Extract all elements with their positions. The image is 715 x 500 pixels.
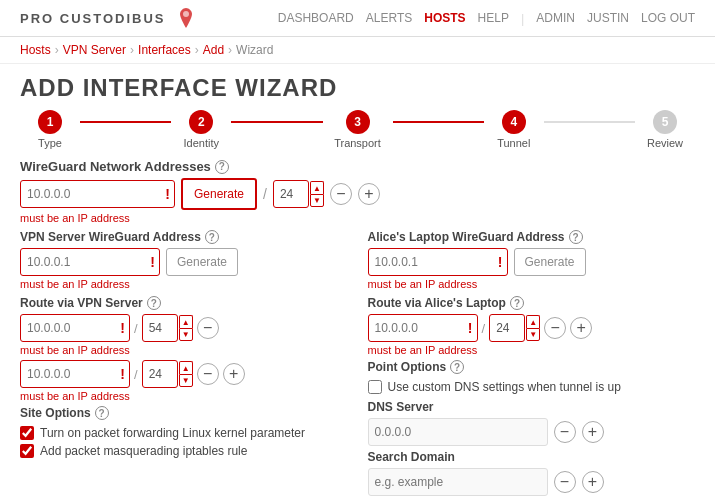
site-option-2-label: Add packet masquerading iptables rule (40, 444, 247, 458)
wizard-line-4 (544, 121, 635, 123)
point-options-info-icon[interactable]: ? (450, 360, 464, 374)
vpn-server-addr-label: VPN Server WireGuard Address ? (20, 230, 348, 244)
route-vpn-down1[interactable]: ▼ (179, 328, 193, 341)
nav-dashboard[interactable]: DASHBOARD (278, 11, 354, 25)
route-vpn-input1[interactable] (20, 314, 130, 342)
nav-alerts[interactable]: ALERTS (366, 11, 412, 25)
breadcrumb-add[interactable]: Add (203, 43, 224, 57)
nav-logout[interactable]: LOG OUT (641, 11, 695, 25)
route-alice-cidr[interactable] (489, 314, 525, 342)
wizard-step-4: 4 Tunnel (484, 110, 544, 149)
vpn-server-addr-input[interactable] (20, 248, 160, 276)
breadcrumb-hosts[interactable]: Hosts (20, 43, 51, 57)
route-vpn-error-icon1: ! (120, 320, 125, 336)
site-option-1-row: Turn on packet forwarding Linux kernel p… (20, 426, 348, 440)
logo-text: PRO CUSTODIBUS (20, 11, 166, 26)
dns-server-input[interactable] (368, 418, 548, 446)
vpn-server-info-icon[interactable]: ? (205, 230, 219, 244)
wireguard-network-label: WireGuard Network Addresses ? (20, 159, 695, 174)
step-1-label: Type (38, 137, 62, 149)
route-vpn-cidr2[interactable] (142, 360, 178, 388)
route-vpn-error1: must be an IP address (20, 344, 348, 356)
route-alice-remove[interactable]: − (544, 317, 566, 339)
wireguard-network-error-icon: ! (165, 186, 170, 202)
generate-box: Generate (181, 178, 257, 210)
point-options-label: Point Options ? (368, 360, 696, 374)
site-options-section: Site Options ? Turn on packet forwarding… (20, 406, 348, 458)
site-option-1-checkbox[interactable] (20, 426, 34, 440)
route-alice-down[interactable]: ▼ (526, 328, 540, 341)
site-option-1-label: Turn on packet forwarding Linux kernel p… (40, 426, 305, 440)
route-alice-add[interactable]: + (570, 317, 592, 339)
route-vpn-add2[interactable]: + (223, 363, 245, 385)
alice-addr-error: must be an IP address (368, 278, 696, 290)
site-options-info-icon[interactable]: ? (95, 406, 109, 420)
site-option-2-checkbox[interactable] (20, 444, 34, 458)
route-alice-error-icon: ! (468, 320, 473, 336)
route-vpn-remove2[interactable]: − (197, 363, 219, 385)
wizard-step-1: 1 Type (20, 110, 80, 149)
wireguard-network-row: ! Generate / ▲ ▼ − + (20, 178, 695, 210)
route-vpn-section: Route via VPN Server ? ! / ▲ ▼ (20, 296, 348, 402)
dns-remove-btn[interactable]: − (554, 421, 576, 443)
route-vpn-up1[interactable]: ▲ (179, 315, 193, 328)
route-vpn-error2: must be an IP address (20, 390, 348, 402)
cidr-down-btn[interactable]: ▼ (310, 194, 324, 207)
alice-addr-input[interactable] (368, 248, 508, 276)
breadcrumb-interfaces[interactable]: Interfaces (138, 43, 191, 57)
step-2-label: Identity (184, 137, 219, 149)
svg-point-0 (183, 11, 189, 17)
route-alice-input[interactable] (368, 314, 478, 342)
wireguard-cidr-stepper: ▲ ▼ (310, 181, 324, 207)
route-vpn-label: Route via VPN Server ? (20, 296, 348, 310)
route-vpn-down2[interactable]: ▼ (179, 374, 193, 387)
search-domain-row: − + (368, 468, 696, 496)
logo-icon (174, 6, 198, 30)
wireguard-network-input[interactable] (20, 180, 175, 208)
search-domain-input[interactable] (368, 468, 548, 496)
cidr-up-btn[interactable]: ▲ (310, 181, 324, 194)
two-col-section: VPN Server WireGuard Address ? ! Generat… (20, 230, 695, 496)
page-title: ADD INTERFACE WIZARD (0, 64, 715, 110)
route-alice-info-icon[interactable]: ? (510, 296, 524, 310)
nav-hosts[interactable]: HOSTS (424, 11, 465, 25)
search-domain-label: Search Domain (368, 450, 696, 464)
route-vpn-cidr1[interactable] (142, 314, 178, 342)
nav-admin[interactable]: ADMIN (536, 11, 575, 25)
dns-add-btn[interactable]: + (582, 421, 604, 443)
network-remove-btn[interactable]: − (330, 183, 352, 205)
wireguard-cidr-slash: / (263, 186, 267, 202)
network-add-btn[interactable]: + (358, 183, 380, 205)
alice-addr-info-icon[interactable]: ? (569, 230, 583, 244)
point-options-checkbox[interactable] (368, 380, 382, 394)
generate-button[interactable]: Generate (184, 181, 254, 207)
alice-generate-btn[interactable]: Generate (514, 248, 586, 276)
wizard-line-3 (393, 121, 484, 123)
search-domain-remove-btn[interactable]: − (554, 471, 576, 493)
header: PRO CUSTODIBUS DASHBOARD ALERTS HOSTS HE… (0, 0, 715, 37)
vpn-server-addr-section: VPN Server WireGuard Address ? ! Generat… (20, 230, 348, 290)
alice-addr-label: Alice's Laptop WireGuard Address ? (368, 230, 696, 244)
alice-addr-error-icon: ! (498, 254, 503, 270)
wireguard-cidr-input[interactable] (273, 180, 309, 208)
route-alice-up[interactable]: ▲ (526, 315, 540, 328)
search-domain-add-btn[interactable]: + (582, 471, 604, 493)
wireguard-network-error: must be an IP address (20, 212, 695, 224)
wireguard-network-info-icon[interactable]: ? (215, 160, 229, 174)
vpn-server-generate-btn[interactable]: Generate (166, 248, 238, 276)
vpn-server-error-icon: ! (150, 254, 155, 270)
nav-help[interactable]: HELP (478, 11, 509, 25)
nav-user[interactable]: JUSTIN (587, 11, 629, 25)
nav-sep1: | (521, 11, 524, 26)
route-vpn-input2[interactable] (20, 360, 130, 388)
route-vpn-stepper1: ▲ ▼ (179, 315, 193, 341)
step-5-label: Review (647, 137, 683, 149)
route-alice-stepper: ▲ ▼ (526, 315, 540, 341)
route-vpn-up2[interactable]: ▲ (179, 361, 193, 374)
breadcrumb-vpnserver[interactable]: VPN Server (63, 43, 126, 57)
route-vpn-remove1[interactable]: − (197, 317, 219, 339)
header-nav: DASHBOARD ALERTS HOSTS HELP | ADMIN JUST… (278, 11, 695, 26)
step-3-circle: 3 (346, 110, 370, 134)
route-alice-error: must be an IP address (368, 344, 696, 356)
route-vpn-info-icon[interactable]: ? (147, 296, 161, 310)
